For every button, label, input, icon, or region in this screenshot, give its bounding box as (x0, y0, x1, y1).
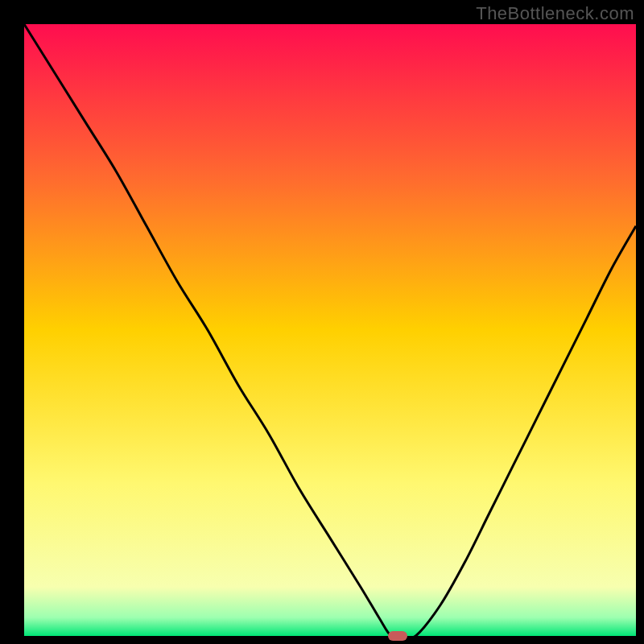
optimal-marker (388, 631, 407, 641)
chart-svg (0, 0, 644, 644)
bottleneck-chart: TheBottleneck.com (0, 0, 644, 644)
plot-background (24, 24, 636, 636)
watermark-text: TheBottleneck.com (476, 3, 634, 24)
